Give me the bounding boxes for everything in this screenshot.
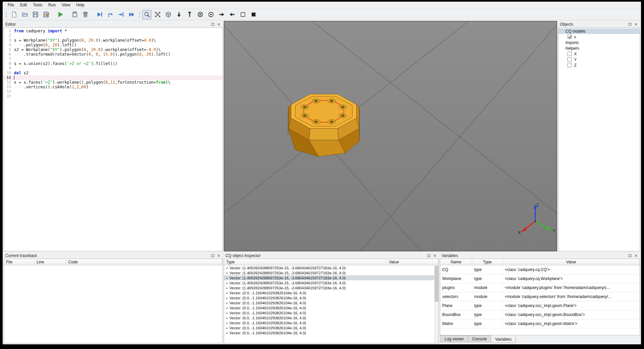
checkbox-s[interactable]: [567, 35, 572, 39]
front-view-button[interactable]: [195, 10, 205, 19]
inspector-row[interactable]: ▸Vector: (0.0, -1.1604610293826104e-16, …: [224, 305, 439, 310]
variables-float-button[interactable]: [628, 253, 632, 258]
continue-button[interactable]: [127, 10, 136, 19]
shaded-button[interactable]: [249, 10, 258, 19]
traceback-float-button[interactable]: [210, 253, 215, 258]
objects-close-button[interactable]: [634, 22, 638, 27]
variable-row[interactable]: BoundBoxtype<class 'cadquery.occ_impl.ge…: [440, 310, 640, 319]
tree-item-s[interactable]: s: [558, 34, 640, 40]
viewport-3d[interactable]: Z X Y: [224, 21, 557, 251]
inspector-row[interactable]: ▸Vector: (0.0, -1.1604610293826104e-16, …: [224, 320, 439, 325]
inspector-row[interactable]: ▸Vector: (1.4053924288597253e-15, -3.680…: [224, 265, 439, 270]
left-view-button[interactable]: [217, 10, 226, 19]
code-line-6[interactable]: 6····.transformed(rotate=Vector(0, 0, 15…: [4, 52, 222, 57]
expand-arrow-icon[interactable]: ▸: [225, 301, 229, 305]
expand-arrow-icon[interactable]: ▸: [225, 286, 229, 290]
variable-row[interactable]: CQtype<class 'cadquery.cq.CQ'>: [440, 265, 640, 274]
variable-row[interactable]: Workplanetype<class 'cadquery.cq.Workpla…: [440, 274, 640, 283]
inspector-row[interactable]: ▸Vector: (1.4053924288597253e-15, -3.680…: [224, 280, 439, 285]
menu-item-help[interactable]: Help: [73, 2, 88, 9]
open-file-button[interactable]: [20, 10, 29, 19]
expand-arrow-icon[interactable]: ▸: [225, 331, 229, 335]
right-view-button[interactable]: [227, 10, 237, 19]
rear-view-button[interactable]: [206, 10, 215, 19]
bottom-view-button[interactable]: [185, 10, 194, 19]
editor-float-button[interactable]: [210, 22, 215, 27]
menu-item-file[interactable]: File: [5, 2, 17, 9]
code-line-3[interactable]: 3s = Workplane("XY").polygon(8, 20.0).wo…: [4, 38, 222, 43]
traceback-close-button[interactable]: [216, 253, 221, 258]
variables-close-button[interactable]: [634, 253, 638, 258]
inspector-row[interactable]: ▸Vector: (0.0, -1.1604610293826104e-16, …: [224, 300, 439, 305]
tree-item-imports[interactable]: Imports: [558, 40, 640, 45]
column-header-line[interactable]: Line: [35, 259, 66, 265]
column-header-code[interactable]: Code: [66, 259, 222, 265]
iso-view-button[interactable]: [163, 10, 173, 19]
checkbox-z[interactable]: [567, 63, 572, 67]
render-button[interactable]: [56, 10, 65, 19]
menu-item-tools[interactable]: Tools: [30, 2, 45, 9]
inspector-row[interactable]: ▸Vector: (0.0, -1.1604610293826104e-16, …: [224, 325, 439, 330]
tab-log-viewer[interactable]: Log viewer: [440, 335, 468, 342]
inspector-row[interactable]: ▸Vector: (0.0, -1.1604610293826104e-16, …: [224, 330, 439, 335]
save-button[interactable]: [31, 10, 40, 19]
checkbox-y[interactable]: [567, 57, 572, 62]
expand-arrow-icon[interactable]: ▸: [225, 316, 229, 320]
step-button[interactable]: [106, 10, 115, 19]
variable-row[interactable]: pluginsmodule<module 'cadquery.plugins' …: [440, 283, 640, 292]
inspector-scrollbar[interactable]: [434, 265, 439, 343]
menu-item-view[interactable]: View: [59, 2, 73, 9]
tab-console[interactable]: Console: [468, 335, 491, 342]
variable-row[interactable]: selectorsmodule<module 'cadquery.selecto…: [440, 292, 640, 301]
zoom-button[interactable]: [142, 10, 152, 19]
code-editor[interactable]: 1from cadquery import *23s = Workplane("…: [4, 27, 223, 251]
column-header-name[interactable]: Name: [440, 259, 472, 265]
wireframe-button[interactable]: [238, 10, 247, 19]
column-header-type[interactable]: Type: [472, 259, 503, 265]
variable-row[interactable]: Matrixtype<class 'cadquery.occ_impl.geom…: [440, 319, 640, 328]
model-3d[interactable]: [288, 94, 360, 156]
expand-arrow-icon[interactable]: ▸: [225, 311, 229, 315]
tree-item-y[interactable]: Y: [558, 57, 640, 62]
expand-arrow-icon[interactable]: ▸: [225, 276, 229, 280]
expand-arrow-icon[interactable]: ▸: [225, 281, 229, 285]
menu-item-edit[interactable]: Edit: [17, 2, 30, 9]
inspector-row[interactable]: ▸Vector: (0.0, -1.1604610293826104e-16, …: [224, 315, 439, 320]
scrollbar-handle[interactable]: [435, 266, 438, 302]
inspector-close-button[interactable]: [433, 253, 437, 258]
code-line-2[interactable]: 2: [4, 33, 222, 38]
inspector-row[interactable]: ▸Vector: (1.4053924288597253e-15, -3.680…: [224, 275, 439, 280]
tree-item-helpers[interactable]: Helpers: [558, 45, 640, 51]
code-line-15[interactable]: 15: [4, 94, 222, 99]
step-in-button[interactable]: [116, 10, 126, 19]
paste-button[interactable]: [70, 10, 79, 19]
inspector-row[interactable]: ▸Vector: (0.0, -1.1604610293826104e-16, …: [224, 310, 439, 315]
tree-item-z[interactable]: Z: [558, 62, 640, 68]
checkbox-x[interactable]: [567, 52, 572, 56]
fit-view-button[interactable]: [153, 10, 162, 19]
code-line-11[interactable]: 11: [4, 75, 222, 80]
code-line-8[interactable]: 8s = s.union(s2).faces('>Z or <Z').fille…: [4, 61, 222, 66]
new-file-button[interactable]: [9, 10, 19, 19]
column-header-file[interactable]: File: [4, 259, 35, 265]
column-header-value[interactable]: Value: [503, 259, 640, 265]
menu-item-run[interactable]: Run: [45, 2, 59, 9]
top-view-button[interactable]: [174, 10, 183, 19]
tab-variables[interactable]: Variables: [491, 335, 516, 343]
objects-float-button[interactable]: [628, 22, 632, 27]
code-line-9[interactable]: 9: [4, 66, 222, 71]
tree-item-x[interactable]: X: [558, 51, 640, 57]
code-line-12[interactable]: 12s = s.faces('>Z').workplane().polygon(…: [4, 80, 222, 85]
expand-arrow-icon[interactable]: ▸: [225, 321, 229, 325]
expand-arrow-icon[interactable]: ▸: [225, 291, 229, 295]
inspector-row[interactable]: ▸Vector: (1.4053924288597253e-15, -3.680…: [224, 270, 439, 275]
delete-button[interactable]: [81, 10, 90, 19]
column-header-value[interactable]: Value: [387, 259, 439, 265]
editor-close-button[interactable]: [216, 22, 221, 27]
inspector-float-button[interactable]: [427, 253, 431, 258]
expand-arrow-icon[interactable]: ▸: [225, 306, 229, 310]
tree-item-cq-models[interactable]: CQ models: [558, 28, 640, 34]
debug-button[interactable]: [95, 10, 104, 19]
code-line-13[interactable]: 13····.vertices().cskHole(1,2,60): [4, 85, 222, 89]
expand-arrow-icon[interactable]: ▸: [225, 326, 229, 330]
